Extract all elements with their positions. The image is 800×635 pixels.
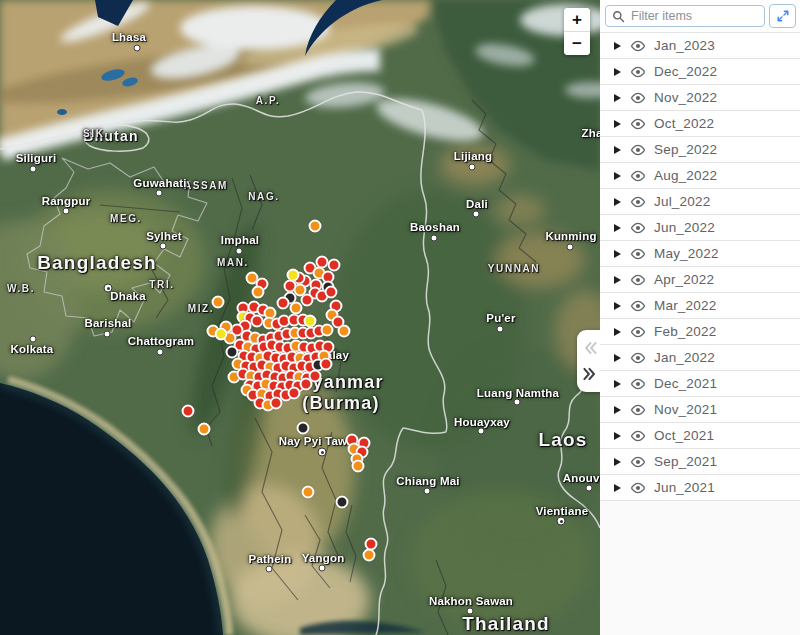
map-marker[interactable] [320, 358, 333, 371]
eye-icon[interactable] [630, 220, 646, 236]
layer-label: Oct_2021 [654, 428, 714, 443]
eye-icon[interactable] [630, 480, 646, 496]
caret-right-icon[interactable] [614, 42, 621, 50]
filter-input-wrap [605, 5, 765, 27]
eye-icon[interactable] [630, 298, 646, 314]
eye-icon[interactable] [630, 350, 646, 366]
double-chevron-left-icon[interactable] [581, 339, 599, 357]
layer-label: Oct_2022 [654, 116, 714, 131]
layer-row[interactable]: Mar_2022 [600, 292, 800, 318]
map-marker[interactable] [338, 325, 351, 338]
map-marker[interactable] [328, 259, 341, 272]
eye-icon[interactable] [630, 64, 646, 80]
eye-icon[interactable] [630, 38, 646, 54]
eye-icon[interactable] [630, 194, 646, 210]
caret-right-icon[interactable] [614, 250, 621, 258]
layer-row[interactable]: Nov_2022 [600, 84, 800, 110]
layer-label: Jan_2023 [654, 38, 715, 53]
map-marker[interactable] [309, 220, 322, 233]
layer-row[interactable]: Jun_2021 [600, 474, 800, 500]
map-marker[interactable] [297, 422, 310, 435]
layer-row[interactable]: Oct_2021 [600, 422, 800, 448]
caret-right-icon[interactable] [614, 120, 621, 128]
markers-layer [0, 0, 600, 635]
layer-row[interactable]: Oct_2022 [600, 110, 800, 136]
zoom-in-button[interactable]: + [564, 8, 590, 31]
layer-row[interactable]: Jul_2022 [600, 188, 800, 214]
map-marker[interactable] [182, 405, 195, 418]
layer-row[interactable]: Sep_2021 [600, 448, 800, 474]
layer-label: Mar_2022 [654, 298, 716, 313]
caret-right-icon[interactable] [614, 198, 621, 206]
map-marker[interactable] [270, 397, 283, 410]
caret-right-icon[interactable] [614, 406, 621, 414]
layer-row[interactable]: Aug_2022 [600, 162, 800, 188]
caret-right-icon[interactable] [614, 146, 621, 154]
eye-icon[interactable] [630, 272, 646, 288]
caret-right-icon[interactable] [614, 484, 621, 492]
caret-right-icon[interactable] [614, 302, 621, 310]
double-chevron-right-icon[interactable] [581, 365, 599, 383]
map-marker[interactable] [277, 297, 290, 310]
map-marker[interactable] [212, 296, 225, 309]
layer-row[interactable]: Feb_2022 [600, 318, 800, 344]
app: BhutanBangladeshMyanmar(Burma)LaosThaila… [0, 0, 800, 635]
panel-empty-area [600, 500, 800, 635]
eye-icon[interactable] [630, 246, 646, 262]
eye-icon[interactable] [630, 402, 646, 418]
caret-right-icon[interactable] [614, 458, 621, 466]
map-marker[interactable] [252, 286, 265, 299]
caret-right-icon[interactable] [614, 276, 621, 284]
layer-row[interactable]: Jan_2022 [600, 344, 800, 370]
layer-row[interactable]: Jun_2022 [600, 214, 800, 240]
filter-input[interactable] [629, 8, 764, 24]
layer-row[interactable]: Sep_2022 [600, 136, 800, 162]
map-marker[interactable] [300, 378, 313, 391]
layer-row[interactable]: May_2022 [600, 240, 800, 266]
caret-right-icon[interactable] [614, 68, 621, 76]
eye-icon[interactable] [630, 90, 646, 106]
caret-right-icon[interactable] [614, 172, 621, 180]
caret-right-icon[interactable] [614, 94, 621, 102]
layer-panel: Jan_2023 Dec_2022 Nov_2022 [600, 0, 800, 635]
map-marker[interactable] [288, 387, 301, 400]
map-marker[interactable] [251, 315, 264, 328]
caret-right-icon[interactable] [614, 432, 621, 440]
panel-toolbar [600, 0, 800, 32]
layer-row[interactable]: Dec_2022 [600, 58, 800, 84]
expand-arrows-button[interactable] [769, 4, 796, 28]
map-marker[interactable] [290, 302, 303, 315]
panel-toggle [577, 330, 600, 392]
map-marker[interactable] [352, 460, 365, 473]
layer-row[interactable]: Apr_2022 [600, 266, 800, 292]
layer-row[interactable]: Jan_2023 [600, 32, 800, 58]
map-marker[interactable] [363, 549, 376, 562]
map-marker[interactable] [302, 486, 315, 499]
map-marker[interactable] [336, 496, 349, 509]
caret-right-icon[interactable] [614, 328, 621, 336]
layer-label: Feb_2022 [654, 324, 716, 339]
map-marker[interactable] [198, 423, 211, 436]
eye-icon[interactable] [630, 324, 646, 340]
layer-label: Sep_2021 [654, 454, 717, 469]
map-marker[interactable] [215, 328, 228, 341]
map-marker[interactable] [321, 324, 334, 337]
layer-list: Jan_2023 Dec_2022 Nov_2022 [600, 32, 800, 500]
layer-row[interactable]: Nov_2021 [600, 396, 800, 422]
eye-icon[interactable] [630, 428, 646, 444]
eye-icon[interactable] [630, 376, 646, 392]
layer-label: Nov_2021 [654, 402, 717, 417]
map-canvas[interactable]: BhutanBangladeshMyanmar(Burma)LaosThaila… [0, 0, 600, 635]
map-marker[interactable] [325, 286, 338, 299]
eye-icon[interactable] [630, 142, 646, 158]
caret-right-icon[interactable] [614, 380, 621, 388]
eye-icon[interactable] [630, 454, 646, 470]
eye-icon[interactable] [630, 116, 646, 132]
caret-right-icon[interactable] [614, 354, 621, 362]
zoom-out-button[interactable]: − [564, 32, 590, 55]
zoom-control: + − [564, 8, 590, 55]
layer-label: May_2022 [654, 246, 719, 261]
caret-right-icon[interactable] [614, 224, 621, 232]
layer-row[interactable]: Dec_2021 [600, 370, 800, 396]
eye-icon[interactable] [630, 168, 646, 184]
